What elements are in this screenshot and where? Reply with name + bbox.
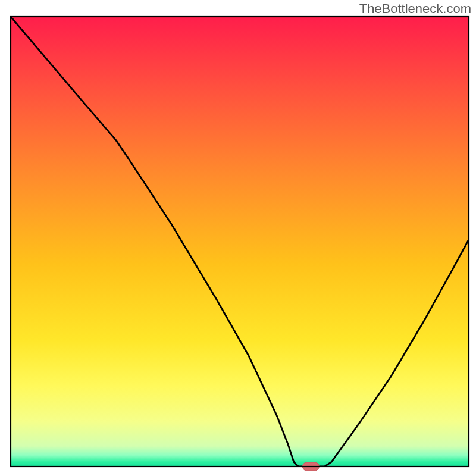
chart-svg <box>0 0 476 476</box>
plot-area <box>11 17 469 471</box>
chart-container: TheBottleneck.com <box>0 0 476 476</box>
gradient-background <box>11 17 469 466</box>
watermark-label: TheBottleneck.com <box>359 1 471 17</box>
